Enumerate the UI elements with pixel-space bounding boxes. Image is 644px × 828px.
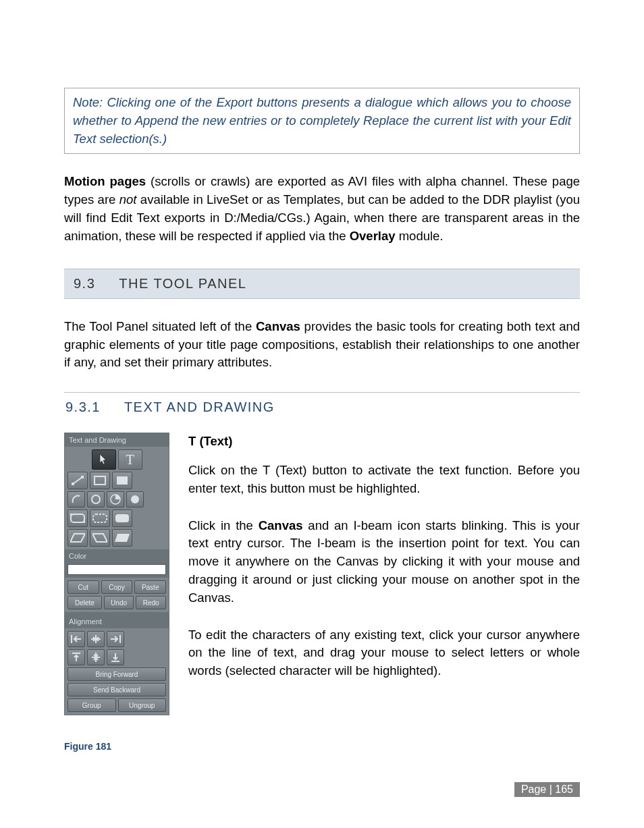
roundrect-fill-button[interactable]	[112, 509, 132, 527]
align-right-icon	[109, 634, 122, 644]
pie-icon	[110, 494, 121, 505]
svg-point-4	[92, 495, 100, 503]
delete-button[interactable]: Delete	[68, 596, 102, 609]
align-hcenter-button[interactable]	[87, 631, 105, 647]
shear-fill-button[interactable]	[112, 529, 132, 547]
paragraph-motion: Motion pages (scrolls or crawls) are exp…	[64, 173, 580, 245]
copy-button[interactable]: Copy	[101, 580, 133, 594]
parallelogram-fill-icon	[115, 532, 130, 543]
parallelogram-left-icon	[70, 532, 85, 543]
svg-marker-14	[115, 534, 130, 542]
text-tool-label: T	[126, 452, 134, 468]
undo-button[interactable]: Undo	[104, 596, 134, 609]
subsection-number: 9.3.1	[65, 399, 101, 414]
align-left-button[interactable]	[68, 631, 85, 647]
circle-outline-icon	[90, 494, 101, 505]
align-vcenter-icon	[91, 652, 101, 663]
ungroup-button[interactable]: Ungroup	[118, 698, 167, 712]
align-vcenter-button[interactable]	[87, 649, 105, 665]
rectangle-filled-icon	[117, 476, 128, 485]
figure-caption: Figure 181	[64, 741, 580, 752]
roundrect-dash-button[interactable]	[90, 509, 110, 527]
svg-rect-2	[81, 476, 84, 478]
note-box: Note: Clicking one of the Export buttons…	[64, 88, 580, 154]
svg-marker-12	[70, 534, 85, 542]
rect-fill-button[interactable]	[112, 472, 132, 489]
ttext-heading: T (Text)	[188, 434, 232, 448]
circle-filled-icon	[130, 494, 140, 505]
text-tool-button[interactable]: T	[118, 449, 142, 470]
panel-header-color: Color	[65, 549, 169, 563]
paragraph-t3: To edit the characters of any existing t…	[188, 626, 580, 680]
paste-button[interactable]: Paste	[134, 580, 166, 594]
color-swatch[interactable]	[68, 564, 166, 575]
svg-rect-9	[83, 521, 85, 523]
svg-rect-3	[95, 476, 105, 485]
align-top-button[interactable]	[68, 649, 85, 665]
svg-rect-10	[93, 514, 107, 522]
section-number: 9.3	[74, 276, 95, 291]
align-bottom-icon	[111, 652, 120, 663]
tool-panel: Text and Drawing T	[64, 433, 169, 715]
pie-tool-button[interactable]	[107, 491, 124, 507]
redo-button[interactable]: Redo	[136, 596, 166, 609]
svg-rect-11	[115, 514, 129, 522]
svg-rect-8	[70, 514, 72, 516]
line-icon	[72, 476, 84, 485]
panel-header-text-drawing: Text and Drawing	[65, 433, 169, 447]
subsection-heading-9-3-1: 9.3.1 TEXT AND DRAWING	[64, 392, 580, 419]
svg-point-6	[131, 495, 139, 503]
roundrect-fill-icon	[115, 513, 130, 524]
roundrect-dash-icon	[92, 513, 107, 524]
paragraph-t1: Click on the T (Text) button to activate…	[188, 462, 580, 498]
cut-button[interactable]: Cut	[68, 580, 99, 594]
subsection-title: TEXT AND DRAWING	[124, 399, 275, 414]
shear-right-button[interactable]	[90, 529, 110, 547]
cursor-icon	[99, 453, 109, 466]
roundrect-outline-button[interactable]	[68, 509, 88, 527]
paragraph-toolpanel: The Tool Panel situated left of the Canv…	[64, 318, 580, 372]
svg-rect-1	[72, 482, 74, 485]
section-heading-9-3: 9.3 THE TOOL PANEL	[64, 269, 580, 299]
parallelogram-right-icon	[92, 532, 107, 543]
circle-outline-button[interactable]	[87, 491, 105, 507]
align-hcenter-icon	[90, 634, 102, 644]
page-number: Page | 165	[514, 782, 580, 797]
circle-fill-button[interactable]	[126, 491, 144, 507]
shear-left-button[interactable]	[68, 529, 88, 547]
bring-forward-button[interactable]: Bring Forward	[68, 667, 166, 681]
rect-outline-button[interactable]	[90, 472, 110, 489]
send-backward-button[interactable]: Send Backward	[68, 683, 166, 696]
section-title: THE TOOL PANEL	[119, 276, 246, 291]
align-bottom-button[interactable]	[107, 649, 124, 665]
align-top-icon	[72, 652, 81, 663]
svg-line-0	[73, 477, 82, 484]
align-left-icon	[70, 634, 82, 644]
rectangle-outline-icon	[94, 476, 106, 485]
note-text: Note: Clicking one of the Export buttons…	[73, 95, 571, 146]
paragraph-t2: Click in the Canvas and an I-beam icon s…	[188, 517, 580, 607]
arc-tool-button[interactable]	[68, 491, 85, 507]
svg-rect-7	[71, 514, 84, 522]
group-button[interactable]: Group	[68, 698, 116, 712]
arrow-tool-button[interactable]	[92, 449, 116, 470]
roundrect-outline-icon	[70, 513, 85, 524]
align-right-button[interactable]	[107, 631, 124, 647]
arc-icon	[71, 494, 82, 505]
svg-marker-13	[92, 534, 107, 542]
line-tool-button[interactable]	[68, 472, 88, 489]
panel-header-alignment: Alignment	[65, 615, 169, 628]
